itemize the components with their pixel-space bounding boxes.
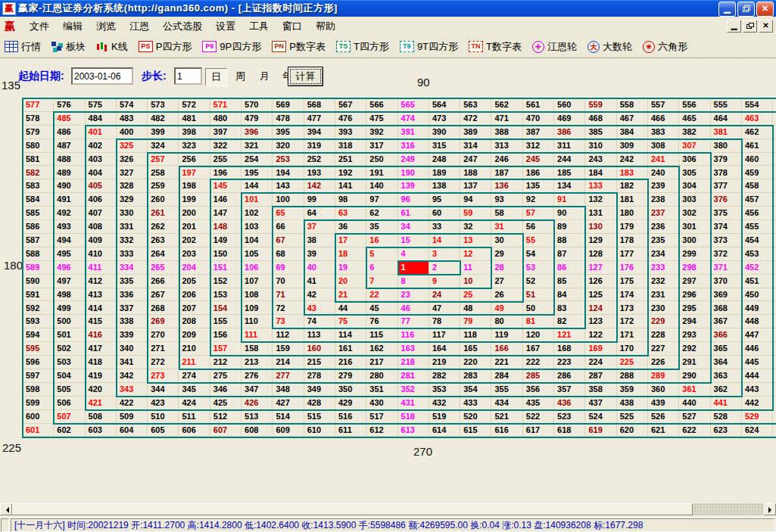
grid-cell[interactable]: 621 <box>648 424 679 437</box>
grid-cell[interactable]: 367 <box>711 315 742 328</box>
grid-cell[interactable]: 103 <box>242 220 273 234</box>
grid-cell[interactable]: 386 <box>554 126 585 139</box>
grid-cell[interactable]: 107 <box>242 275 273 288</box>
grid-cell[interactable]: 199 <box>179 193 210 207</box>
grid-cell[interactable]: 383 <box>648 126 679 139</box>
grid-cell[interactable]: 77 <box>398 315 429 328</box>
grid-cell[interactable]: 294 <box>679 315 710 328</box>
grid-cell[interactable]: 425 <box>210 397 242 410</box>
grid-cell[interactable]: 522 <box>523 410 554 424</box>
grid-cell[interactable]: 299 <box>679 247 710 261</box>
grid-cell[interactable]: 476 <box>335 112 366 126</box>
grid-cell[interactable]: 244 <box>554 153 585 166</box>
grid-cell[interactable]: 116 <box>398 328 429 342</box>
grid-cell[interactable]: 572 <box>179 98 210 112</box>
grid-cell[interactable]: 81 <box>523 315 554 328</box>
grid-cell[interactable]: 518 <box>398 410 429 424</box>
grid-cell[interactable]: 126 <box>585 275 616 288</box>
grid-cell[interactable]: 55 <box>523 234 554 247</box>
grid-cell[interactable]: 458 <box>742 179 773 193</box>
grid-cell[interactable]: 73 <box>273 315 304 328</box>
grid-cell[interactable]: 577 <box>23 98 54 112</box>
grid-cell[interactable]: 68 <box>273 247 304 261</box>
grid-cell[interactable]: 261 <box>148 207 179 220</box>
grid-cell[interactable]: 268 <box>148 302 179 316</box>
grid-cell[interactable]: 364 <box>711 356 742 369</box>
grid-cell[interactable]: 75 <box>335 315 366 328</box>
grid-cell[interactable]: 466 <box>648 112 679 126</box>
grid-cell[interactable]: 87 <box>554 247 585 261</box>
grid-cell[interactable]: 584 <box>23 193 54 207</box>
menu-item-5[interactable]: 设置 <box>209 19 242 33</box>
grid-cell[interactable]: 460 <box>742 153 773 166</box>
period-button-月[interactable]: 月 <box>254 68 275 85</box>
grid-cell[interactable]: 49 <box>492 302 523 316</box>
grid-cell[interactable]: 603 <box>86 424 117 437</box>
restore-button[interactable] <box>737 2 755 17</box>
grid-cell[interactable]: 543 <box>773 234 776 247</box>
grid-cell[interactable]: 453 <box>742 247 773 261</box>
grid-cell[interactable]: 151 <box>210 261 242 275</box>
grid-cell[interactable]: 210 <box>179 342 210 356</box>
grid-cell[interactable]: 554 <box>742 98 773 112</box>
grid-cell[interactable]: 276 <box>242 369 273 383</box>
grid-cell[interactable]: 45 <box>366 302 397 316</box>
grid-cell[interactable]: 440 <box>679 397 710 410</box>
grid-cell[interactable]: 222 <box>523 356 554 369</box>
grid-cell[interactable]: 485 <box>54 112 85 126</box>
grid-cell[interactable]: 150 <box>210 247 242 261</box>
grid-cell[interactable]: 558 <box>617 98 648 112</box>
grid-cell[interactable]: 539 <box>773 288 776 302</box>
grid-cell[interactable]: 192 <box>335 166 366 180</box>
grid-cell[interactable]: 66 <box>273 220 304 234</box>
grid-cell[interactable]: 312 <box>523 139 554 153</box>
grid-cell[interactable]: 415 <box>86 315 117 328</box>
grid-cell[interactable]: 278 <box>304 369 335 383</box>
grid-cell[interactable]: 277 <box>273 369 304 383</box>
grid-cell[interactable]: 83 <box>554 302 585 316</box>
grid-cell[interactable]: 38 <box>304 234 335 247</box>
grid-cell[interactable]: 491 <box>54 193 85 207</box>
grid-cell[interactable]: 361 <box>679 383 710 397</box>
grid-cell[interactable]: 274 <box>179 369 210 383</box>
grid-cell[interactable]: 417 <box>86 342 117 356</box>
grid-cell[interactable]: 158 <box>242 342 273 356</box>
grid-cell[interactable]: 117 <box>429 328 460 342</box>
grid-cell[interactable]: 173 <box>617 302 648 316</box>
grid-cell[interactable]: 220 <box>460 356 491 369</box>
grid-cell[interactable]: 168 <box>554 342 585 356</box>
grid-cell[interactable]: 230 <box>648 302 679 316</box>
grid-cell[interactable]: 79 <box>460 315 491 328</box>
grid-cell[interactable]: 165 <box>460 342 491 356</box>
grid-cell[interactable]: 206 <box>179 288 210 302</box>
grid-cell[interactable]: 575 <box>86 98 117 112</box>
grid-cell[interactable]: 310 <box>585 139 616 153</box>
grid-cell[interactable]: 541 <box>773 261 776 275</box>
grid-cell[interactable]: 592 <box>23 302 54 316</box>
grid-cell[interactable]: 309 <box>617 139 648 153</box>
grid-cell[interactable]: 80 <box>492 315 523 328</box>
grid-cell[interactable]: 587 <box>23 234 54 247</box>
grid-cell[interactable]: 231 <box>648 288 679 302</box>
grid-cell[interactable]: 397 <box>210 126 242 139</box>
grid-cell[interactable]: 530 <box>773 410 776 424</box>
grid-cell[interactable]: 327 <box>117 166 148 180</box>
grid-cell[interactable]: 147 <box>210 207 242 220</box>
grid-cell[interactable]: 426 <box>242 397 273 410</box>
grid-cell[interactable]: 526 <box>648 410 679 424</box>
grid-cell[interactable]: 86 <box>554 261 585 275</box>
grid-cell[interactable]: 181 <box>617 193 648 207</box>
grid-cell[interactable]: 517 <box>366 410 397 424</box>
grid-cell[interactable]: 293 <box>679 328 710 342</box>
grid-cell[interactable]: 258 <box>148 166 179 180</box>
grid-cell[interactable]: 495 <box>54 247 85 261</box>
grid-cell[interactable]: 50 <box>523 302 554 316</box>
toolbar-item-0[interactable]: 行情 <box>5 40 41 54</box>
grid-cell[interactable]: 295 <box>679 302 710 316</box>
grid-cell[interactable]: 402 <box>86 139 117 153</box>
grid-cell[interactable]: 552 <box>773 112 776 126</box>
grid-cell[interactable]: 337 <box>117 302 148 316</box>
grid-cell[interactable]: 420 <box>86 383 117 397</box>
grid-cell[interactable]: 166 <box>492 342 523 356</box>
grid-cell[interactable]: 94 <box>460 193 491 207</box>
